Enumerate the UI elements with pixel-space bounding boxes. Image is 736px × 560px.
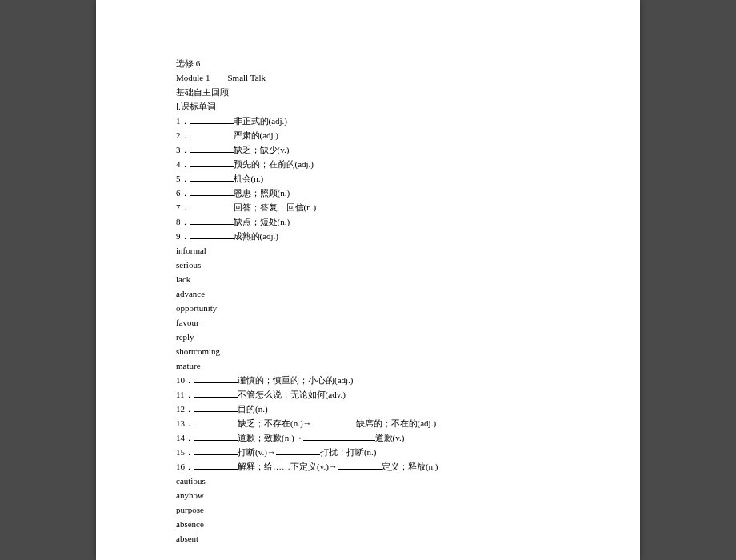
blank-field bbox=[312, 417, 356, 426]
blank-field bbox=[190, 114, 234, 124]
vocab-item: 6．恩惠；照顾(n.) bbox=[176, 186, 560, 200]
blank-field bbox=[194, 402, 238, 412]
blank-field bbox=[190, 215, 234, 225]
answer-word: shortcoming bbox=[176, 344, 560, 358]
vocab-item: 3．缺乏；缺少(v.) bbox=[176, 142, 560, 157]
vocab-item: 5．机会(n.) bbox=[176, 171, 560, 186]
blank-field bbox=[190, 186, 234, 196]
blank-field bbox=[194, 446, 238, 455]
vocab-item: 1．非正式的(adj.) bbox=[176, 114, 560, 128]
blank-field bbox=[194, 417, 238, 426]
answer-word: mature bbox=[176, 358, 560, 373]
vocab-item: 12．目的(n.) bbox=[176, 402, 560, 416]
blank-field bbox=[190, 172, 234, 182]
answer-word: anyhow bbox=[176, 488, 560, 502]
blank-field bbox=[190, 230, 234, 239]
blank-field bbox=[190, 158, 234, 167]
vocab-item: 4．预先的；在前的(adj.) bbox=[176, 157, 560, 171]
blank-field bbox=[190, 129, 234, 138]
blank-field bbox=[194, 431, 238, 441]
module-title: Small Talk bbox=[227, 73, 266, 82]
answer-word: informal bbox=[176, 243, 560, 258]
blank-field bbox=[190, 143, 234, 153]
book-label: 选修 6 bbox=[176, 56, 560, 70]
vocab-item: 10．谨慎的；慎重的；小心的(adj.) bbox=[176, 373, 560, 387]
vocab-item: 8．缺点；短处(n.) bbox=[176, 214, 560, 229]
blank-field bbox=[276, 446, 320, 455]
blank-field bbox=[194, 460, 238, 470]
blank-field bbox=[194, 374, 238, 383]
answer-word: lack bbox=[176, 272, 560, 286]
vocab-item: 16．解释；给……下定义(v.)→定义；释放(n.) bbox=[176, 459, 560, 474]
module-line: Module 1 Small Talk bbox=[176, 70, 560, 85]
answer-word: opportunity bbox=[176, 301, 560, 315]
vocab-item: 9．成熟的(adj.) bbox=[176, 229, 560, 243]
document-page: 选修 6 Module 1 Small Talk 基础自主回顾 Ⅰ.课标单词 1… bbox=[96, 0, 640, 560]
vocab-item: 15．打断(v.)→打扰；打断(n.) bbox=[176, 445, 560, 459]
blank-field bbox=[194, 388, 238, 398]
blank-field bbox=[303, 431, 375, 441]
blank-field bbox=[338, 460, 382, 470]
answer-word: absent bbox=[176, 531, 560, 546]
vocab-item: 2．严肃的(adj.) bbox=[176, 128, 560, 142]
answer-word: absence bbox=[176, 517, 560, 531]
module-label: Module 1 bbox=[176, 73, 210, 82]
answer-word: cautious bbox=[176, 474, 560, 488]
blank-field bbox=[190, 201, 234, 210]
section-label: 基础自主回顾 bbox=[176, 85, 560, 99]
answer-word: serious bbox=[176, 258, 560, 272]
vocab-item: 13．缺乏；不存在(n.)→缺席的；不在的(adj.) bbox=[176, 416, 560, 430]
answer-word: purpose bbox=[176, 502, 560, 517]
answer-word: advance bbox=[176, 286, 560, 301]
answer-word: favour bbox=[176, 315, 560, 330]
answer-word: reply bbox=[176, 330, 560, 344]
vocab-item: 14．道歉；致歉(n.)→道歉(v.) bbox=[176, 430, 560, 445]
vocab-item: 11．不管怎么说；无论如何(adv.) bbox=[176, 387, 560, 402]
subsection-label: Ⅰ.课标单词 bbox=[176, 99, 560, 114]
vocab-item: 7．回答；答复；回信(n.) bbox=[176, 200, 560, 214]
